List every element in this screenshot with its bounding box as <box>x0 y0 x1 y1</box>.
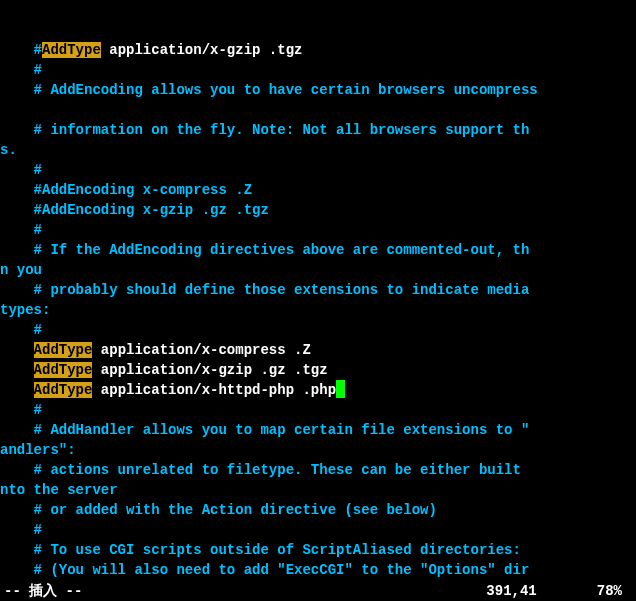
comment-text: # <box>0 222 42 238</box>
editor-line[interactable]: AddType application/x-gzip .gz .tgz <box>0 360 636 380</box>
comment-text: # To use CGI scripts outside of ScriptAl… <box>0 542 521 558</box>
comment-text: # <box>0 522 42 538</box>
editor-line[interactable]: n you <box>0 260 636 280</box>
editor-line[interactable]: andlers": <box>0 440 636 460</box>
editor-line[interactable]: # information on the fly. Note: Not all … <box>0 120 636 140</box>
editor-line[interactable]: # <box>0 220 636 240</box>
code-text: application/x-gzip .tgz <box>101 42 303 58</box>
editor-line[interactable]: AddType application/x-httpd-php .php <box>0 380 636 400</box>
search-highlight: AddType <box>34 362 93 378</box>
comment-text: # AddEncoding allows you to have certain… <box>0 82 538 98</box>
editor-line[interactable]: # probably should define those extension… <box>0 280 636 300</box>
scroll-percent: 78% <box>597 581 622 601</box>
editor-mode-label: -- 插入 -- <box>4 581 82 601</box>
comment-text: #AddEncoding x-compress .Z <box>0 182 252 198</box>
comment-text: # <box>0 402 42 418</box>
comment-text: n you <box>0 262 42 278</box>
comment-text: # or added with the Action directive (se… <box>0 502 437 518</box>
editor-line[interactable] <box>0 100 636 120</box>
search-highlight: AddType <box>34 342 93 358</box>
comment-text: # <box>0 162 42 178</box>
editor-line[interactable]: #AddType application/x-gzip .tgz <box>0 40 636 60</box>
comment-text <box>0 342 34 358</box>
comment-text: nto the server <box>0 482 118 498</box>
comment-text <box>0 362 34 378</box>
editor-line[interactable]: types: <box>0 300 636 320</box>
comment-text: andlers": <box>0 442 76 458</box>
terminal-editor-pane[interactable]: #AddType application/x-gzip .tgz # # Add… <box>0 0 636 601</box>
comment-text: # AddHandler allows you to map certain f… <box>0 422 529 438</box>
comment-text: # If the AddEncoding directives above ar… <box>0 242 529 258</box>
comment-text: #AddEncoding x-gzip .gz .tgz <box>0 202 269 218</box>
editor-line[interactable]: # <box>0 320 636 340</box>
editor-line[interactable]: #AddEncoding x-compress .Z <box>0 180 636 200</box>
editor-line[interactable]: # or added with the Action directive (se… <box>0 500 636 520</box>
comment-text <box>0 382 34 398</box>
comment-text: # probably should define those extension… <box>0 282 529 298</box>
comment-text: # <box>0 322 42 338</box>
editor-line[interactable]: # <box>0 520 636 540</box>
editor-line[interactable]: s. <box>0 140 636 160</box>
search-highlight: AddType <box>34 382 93 398</box>
comment-text <box>0 102 8 118</box>
comment-text: # (You will also need to add "ExecCGI" t… <box>0 562 529 578</box>
status-bar: -- 插入 -- 391,41 78% <box>0 581 636 601</box>
editor-line[interactable]: # (You will also need to add "ExecCGI" t… <box>0 560 636 580</box>
editor-line[interactable]: # To use CGI scripts outside of ScriptAl… <box>0 540 636 560</box>
comment-text: s. <box>0 142 17 158</box>
editor-line[interactable]: #AddEncoding x-gzip .gz .tgz <box>0 200 636 220</box>
editor-line[interactable]: # <box>0 400 636 420</box>
comment-text: # <box>0 42 42 58</box>
editor-line[interactable]: # <box>0 160 636 180</box>
comment-text: # actions unrelated to filetype. These c… <box>0 462 529 478</box>
editor-line[interactable]: nto the server <box>0 480 636 500</box>
editor-line[interactable]: # actions unrelated to filetype. These c… <box>0 460 636 480</box>
code-text: application/x-httpd-php .php <box>92 382 336 398</box>
code-text: application/x-compress .Z <box>92 342 310 358</box>
comment-text: # <box>0 62 42 78</box>
editor-line[interactable]: AddType application/x-compress .Z <box>0 340 636 360</box>
editor-line[interactable]: # AddEncoding allows you to have certain… <box>0 80 636 100</box>
search-highlight: AddType <box>42 42 101 58</box>
text-cursor <box>336 380 345 398</box>
editor-line[interactable]: # If the AddEncoding directives above ar… <box>0 240 636 260</box>
editor-text-area[interactable]: #AddType application/x-gzip .tgz # # Add… <box>0 40 636 601</box>
cursor-position: 391,41 <box>486 581 536 601</box>
editor-line[interactable]: # <box>0 60 636 80</box>
editor-line[interactable]: # AddHandler allows you to map certain f… <box>0 420 636 440</box>
comment-text: types: <box>0 302 50 318</box>
comment-text: # information on the fly. Note: Not all … <box>0 122 529 138</box>
code-text: application/x-gzip .gz .tgz <box>92 362 327 378</box>
